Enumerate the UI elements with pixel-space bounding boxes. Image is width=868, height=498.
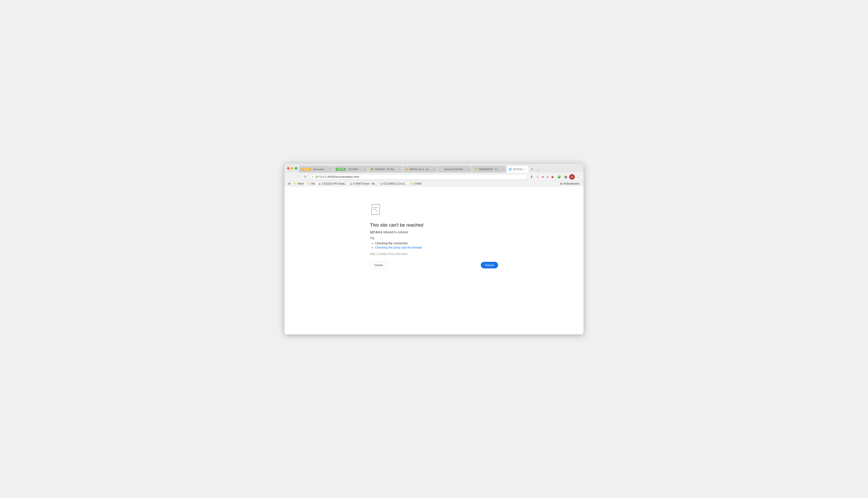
maximize-button[interactable]	[295, 167, 297, 170]
reload-button[interactable]: ↻	[303, 174, 308, 180]
window-controls	[287, 167, 297, 171]
reload-page-button[interactable]: Reload	[481, 262, 498, 268]
bookmark-work-label: Work	[298, 182, 304, 185]
tab-close-general[interactable]: ×	[467, 168, 470, 171]
tab-label-teammates: TEAMMATES - Online Pee...	[478, 168, 500, 170]
forward-button[interactable]: →	[295, 174, 301, 180]
title-bar: CS2101 Announcements: CS2103/... × CS210…	[284, 163, 584, 173]
close-button[interactable]	[287, 167, 290, 170]
tab-teams-list[interactable]: 🟢 CS2103/T - tP Teams List ×	[368, 166, 403, 173]
bookmark-old-label: Old	[311, 182, 315, 185]
all-bookmarks-button[interactable]: ⊞ All Bookmarks	[559, 182, 581, 186]
tab-overflow-button[interactable]: ⌄	[535, 166, 541, 173]
tab-close-current[interactable]: ×	[524, 168, 526, 171]
tab-general[interactable]: 📋 General (CS2103/T-AY232... ×	[437, 166, 472, 173]
profile-orange-button[interactable]: ●	[546, 174, 550, 180]
tab-badge-cs2101: CS2101	[301, 168, 311, 171]
suggestion-proxy: Checking the proxy and the firewall	[375, 246, 498, 249]
lock-icon: ℹ	[312, 175, 313, 179]
error-host: 127.0.0.1	[370, 231, 382, 234]
bookmark-cs2030s-label: CS 2030S (113 un...	[383, 182, 407, 185]
globe-icon: 🌐	[509, 168, 512, 171]
bookmark-cs1101s[interactable]: 💧 CS1101S PA Cheat...	[317, 182, 348, 186]
tab-label-general: General (CS2103/T-AY232...	[444, 168, 466, 170]
tab-current[interactable]: 🌐 127.0.0.1 ×	[507, 166, 528, 173]
address-bar[interactable]: ℹ	[309, 174, 527, 180]
tab-label-cs2103: CS2103/T - Admin: tP: Pra...	[348, 168, 362, 170]
user-avatar[interactable]: A	[569, 174, 575, 180]
url-input[interactable]	[315, 175, 525, 179]
nav-actions: ⬇ ☆ ● ● ▶ 🧩 ▣ A ⋮	[529, 174, 581, 180]
error-container: :( This site can't be reached 127.0.0.1 …	[370, 204, 498, 268]
suggestion-proxy-link[interactable]: Checking the proxy and the firewall	[375, 246, 422, 249]
error-try-label: Try:	[370, 236, 498, 240]
link-icon-cs1101s: 💧	[318, 182, 321, 185]
folder-icon-cvwo: 📁	[410, 182, 413, 185]
error-buttons: Details Reload	[370, 262, 498, 268]
error-title: This site can't be reached	[370, 222, 498, 228]
apps-icon: ⊞	[288, 182, 291, 185]
error-icon: :(	[370, 204, 498, 217]
back-button[interactable]: ←	[287, 174, 293, 180]
svg-text::(: :(	[375, 210, 378, 213]
tab-icon-teammates: 🤝	[474, 168, 477, 171]
download-button[interactable]: ⬇	[529, 174, 534, 180]
tab-teammates[interactable]: 🤝 TEAMMATES - Online Pee... ×	[472, 166, 506, 173]
menu-button[interactable]: ⋮	[576, 174, 581, 180]
extensions-button[interactable]: 🧩	[556, 174, 562, 180]
tabs-row: CS2101 Announcements: CS2103/... × CS210…	[299, 166, 581, 173]
tab-badge-cs2103: CS2103	[336, 168, 346, 171]
tab-cs2101[interactable]: CS2101 Announcements: CS2103/... ×	[299, 166, 333, 173]
bookmark-button[interactable]: ☆	[535, 174, 540, 180]
tab-cs2103[interactable]: CS2103 CS2103/T - Admin: tP: Pra... ×	[334, 166, 368, 173]
error-suggestions: Checking the connection Checking the pro…	[370, 241, 498, 249]
minimize-button[interactable]	[291, 167, 293, 170]
profile-red-button[interactable]: ●	[541, 174, 545, 180]
tab-close-catcher[interactable]: ×	[433, 168, 435, 171]
bookmark-cvwo-label: CVWO	[414, 182, 422, 185]
bookmarks-grid-icon: ⊞	[560, 182, 562, 185]
new-tab-button[interactable]: +	[529, 166, 535, 173]
tab-catcher[interactable]: 🐱 CATcher 3.5.2 - nus-cs210... ×	[403, 166, 437, 173]
tab-label-current: 127.0.0.1	[513, 168, 523, 170]
page-content: :( This site can't be reached 127.0.0.1 …	[284, 186, 584, 335]
folder-icon-work: 📁	[294, 182, 297, 185]
tab-close-cs2101[interactable]: ×	[329, 168, 331, 171]
bookmarks-bar-icon[interactable]: ⊞	[287, 182, 292, 186]
youtube-button[interactable]: ▶	[551, 174, 555, 180]
error-code: ERR_CONNECTION_REFUSED	[370, 253, 498, 255]
link-icon-cvwo-forum: 🗂	[350, 182, 353, 185]
bookmark-work[interactable]: 📁 Work	[293, 182, 305, 186]
tab-icon-teams-list: 🟢	[370, 168, 373, 171]
tab-label-teams-list: CS2103/T - tP Teams List	[375, 168, 397, 170]
tab-label-catcher: CATcher 3.5.2 - nus-cs210...	[409, 168, 431, 170]
sidebar-button[interactable]: ▣	[563, 174, 569, 180]
tab-label-cs2101: Announcements: CS2103/...	[313, 168, 328, 170]
error-suffix: refused to connect.	[383, 231, 409, 234]
suggestion-connection: Checking the connection	[375, 241, 498, 245]
tab-close-teammates[interactable]: ×	[502, 168, 504, 171]
bookmarks-bar: ⊞ 📁 Work 📁 Old 💧 CS1101S PA Cheat... 🗂 C…	[284, 181, 584, 186]
bookmark-cvwo[interactable]: 📁 CVWO	[409, 182, 423, 186]
bookmark-cs1101s-label: CS1101S PA Cheat...	[322, 182, 347, 185]
suggestion-connection-text: Checking the connection	[375, 241, 408, 245]
tab-close-cs2103[interactable]: ×	[363, 168, 366, 171]
details-button[interactable]: Details	[370, 262, 387, 268]
bookmarks-right: ⊞ All Bookmarks	[559, 182, 581, 186]
link-icon-cs2030s: 🗂	[380, 182, 382, 185]
tab-close-teams-list[interactable]: ×	[398, 168, 400, 171]
bookmark-old[interactable]: 📁 Old	[306, 182, 316, 186]
browser-window: CS2101 Announcements: CS2103/... × CS210…	[284, 163, 584, 335]
tab-icon-general: 📋	[439, 168, 443, 171]
bookmark-cs2030s[interactable]: 🗂 CS 2030S (113 un...	[379, 182, 408, 186]
tab-icon-catcher: 🐱	[405, 168, 408, 171]
bookmark-cvwo-forum-label: CVWO Forum - db...	[353, 182, 376, 185]
all-bookmarks-label: All Bookmarks	[563, 182, 580, 185]
error-subtitle: 127.0.0.1 refused to connect.	[370, 231, 498, 234]
bookmark-cvwo-forum[interactable]: 🗂 CVWO Forum - db...	[349, 182, 378, 186]
folder-icon-old: 📁	[307, 182, 310, 185]
nav-bar: ← → ↻ ℹ ⬇ ☆ ● ● ▶ 🧩 ▣ A ⋮	[284, 173, 584, 181]
